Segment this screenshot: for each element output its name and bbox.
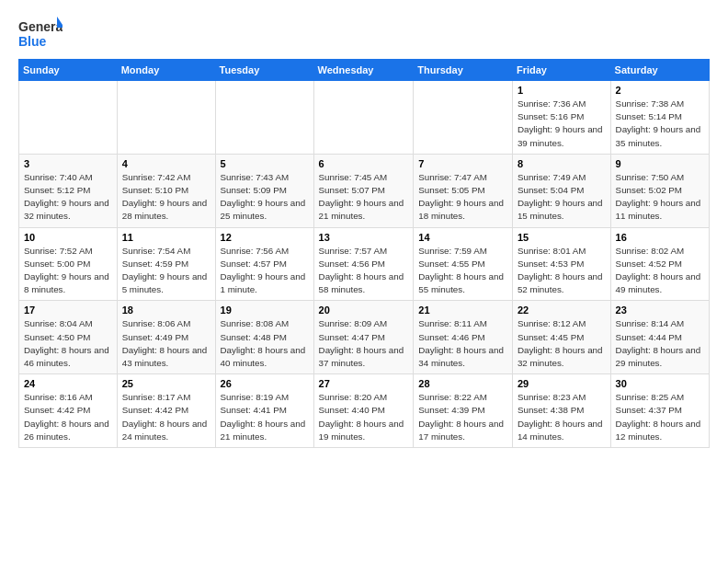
calendar-cell: 20Sunrise: 8:09 AM Sunset: 4:47 PM Dayli… (313, 301, 414, 374)
day-number: 11 (122, 232, 210, 243)
weekday-header-tuesday: Tuesday (215, 60, 313, 81)
calendar-cell: 3Sunrise: 7:40 AM Sunset: 5:12 PM Daylig… (19, 154, 118, 227)
calendar-cell: 26Sunrise: 8:19 AM Sunset: 4:41 PM Dayli… (215, 374, 313, 448)
day-info: Sunrise: 8:06 AM Sunset: 4:49 PM Dayligh… (122, 317, 210, 370)
calendar-cell: 30Sunrise: 8:25 AM Sunset: 4:37 PM Dayli… (610, 374, 709, 448)
calendar-cell: 9Sunrise: 7:50 AM Sunset: 5:02 PM Daylig… (610, 154, 709, 227)
day-info: Sunrise: 8:20 AM Sunset: 4:40 PM Dayligh… (319, 391, 409, 443)
day-number: 24 (24, 378, 112, 389)
day-number: 25 (122, 378, 210, 389)
day-number: 22 (518, 304, 606, 316)
calendar-cell: 21Sunrise: 8:11 AM Sunset: 4:46 PM Dayli… (414, 301, 513, 374)
day-info: Sunrise: 7:49 AM Sunset: 5:04 PM Dayligh… (518, 171, 606, 224)
day-info: Sunrise: 8:25 AM Sunset: 4:37 PM Dayligh… (616, 391, 704, 443)
day-info: Sunrise: 8:11 AM Sunset: 4:46 PM Dayligh… (418, 317, 507, 370)
day-info: Sunrise: 7:38 AM Sunset: 5:14 PM Dayligh… (616, 98, 704, 150)
day-number: 17 (24, 304, 112, 316)
calendar-cell: 1Sunrise: 7:36 AM Sunset: 5:16 PM Daylig… (512, 81, 610, 155)
day-info: Sunrise: 8:17 AM Sunset: 4:42 PM Dayligh… (122, 391, 210, 443)
day-info: Sunrise: 7:54 AM Sunset: 4:59 PM Dayligh… (122, 245, 210, 297)
day-number: 12 (221, 232, 309, 243)
calendar-table: SundayMondayTuesdayWednesdayThursdayFrid… (18, 59, 710, 448)
calendar-cell: 6Sunrise: 7:45 AM Sunset: 5:07 PM Daylig… (313, 154, 414, 227)
day-number: 30 (616, 378, 704, 389)
calendar-cell: 18Sunrise: 8:06 AM Sunset: 4:49 PM Dayli… (117, 301, 215, 374)
day-info: Sunrise: 8:08 AM Sunset: 4:48 PM Dayligh… (221, 317, 309, 370)
day-number: 13 (319, 232, 409, 243)
day-info: Sunrise: 7:59 AM Sunset: 4:55 PM Dayligh… (418, 245, 507, 297)
day-number: 3 (24, 158, 112, 169)
calendar-cell: 10Sunrise: 7:52 AM Sunset: 5:00 PM Dayli… (19, 227, 118, 301)
calendar-cell: 28Sunrise: 8:22 AM Sunset: 4:39 PM Dayli… (414, 374, 513, 448)
day-number: 8 (518, 158, 606, 169)
calendar-cell: 15Sunrise: 8:01 AM Sunset: 4:53 PM Dayli… (512, 227, 610, 301)
calendar-week-5: 24Sunrise: 8:16 AM Sunset: 4:42 PM Dayli… (19, 374, 710, 448)
calendar-cell (117, 81, 215, 155)
calendar-header-row: SundayMondayTuesdayWednesdayThursdayFrid… (19, 60, 710, 81)
weekday-header-friday: Friday (512, 60, 610, 81)
calendar-cell: 14Sunrise: 7:59 AM Sunset: 4:55 PM Dayli… (414, 227, 513, 301)
calendar-cell: 19Sunrise: 8:08 AM Sunset: 4:48 PM Dayli… (215, 301, 313, 374)
day-info: Sunrise: 8:14 AM Sunset: 4:44 PM Dayligh… (616, 317, 704, 370)
day-number: 6 (319, 158, 409, 169)
day-number: 14 (418, 232, 507, 243)
weekday-header-saturday: Saturday (610, 60, 709, 81)
day-number: 27 (319, 378, 409, 389)
day-info: Sunrise: 8:22 AM Sunset: 4:39 PM Dayligh… (418, 391, 507, 443)
day-number: 29 (518, 378, 606, 389)
day-info: Sunrise: 7:36 AM Sunset: 5:16 PM Dayligh… (518, 98, 606, 150)
day-number: 21 (418, 304, 507, 316)
calendar-cell: 17Sunrise: 8:04 AM Sunset: 4:50 PM Dayli… (19, 301, 118, 374)
day-number: 19 (221, 304, 309, 316)
day-info: Sunrise: 7:47 AM Sunset: 5:05 PM Dayligh… (418, 171, 507, 224)
calendar-cell: 7Sunrise: 7:47 AM Sunset: 5:05 PM Daylig… (414, 154, 513, 227)
calendar-week-4: 17Sunrise: 8:04 AM Sunset: 4:50 PM Dayli… (19, 301, 710, 374)
svg-text:Blue: Blue (18, 34, 47, 49)
calendar-cell: 29Sunrise: 8:23 AM Sunset: 4:38 PM Dayli… (512, 374, 610, 448)
day-number: 28 (418, 378, 507, 389)
day-number: 15 (518, 232, 606, 243)
calendar-cell: 16Sunrise: 8:02 AM Sunset: 4:52 PM Dayli… (610, 227, 709, 301)
weekday-header-thursday: Thursday (414, 60, 513, 81)
day-info: Sunrise: 7:40 AM Sunset: 5:12 PM Dayligh… (24, 171, 112, 224)
page-header: GeneralBlue (18, 15, 710, 52)
weekday-header-wednesday: Wednesday (313, 60, 414, 81)
day-number: 20 (319, 304, 409, 316)
day-info: Sunrise: 7:56 AM Sunset: 4:57 PM Dayligh… (221, 245, 309, 297)
day-info: Sunrise: 7:42 AM Sunset: 5:10 PM Dayligh… (122, 171, 210, 224)
calendar-cell: 5Sunrise: 7:43 AM Sunset: 5:09 PM Daylig… (215, 154, 313, 227)
day-info: Sunrise: 7:52 AM Sunset: 5:00 PM Dayligh… (24, 245, 112, 297)
day-info: Sunrise: 8:09 AM Sunset: 4:47 PM Dayligh… (319, 317, 409, 370)
day-number: 5 (221, 158, 309, 169)
day-info: Sunrise: 7:50 AM Sunset: 5:02 PM Dayligh… (616, 171, 704, 224)
day-number: 4 (122, 158, 210, 169)
day-info: Sunrise: 8:16 AM Sunset: 4:42 PM Dayligh… (24, 391, 112, 443)
calendar-cell: 25Sunrise: 8:17 AM Sunset: 4:42 PM Dayli… (117, 374, 215, 448)
day-number: 9 (616, 158, 704, 169)
calendar-cell: 4Sunrise: 7:42 AM Sunset: 5:10 PM Daylig… (117, 154, 215, 227)
logo: GeneralBlue (18, 15, 63, 52)
day-number: 26 (221, 378, 309, 389)
day-number: 1 (518, 85, 606, 96)
weekday-header-sunday: Sunday (19, 60, 118, 81)
day-info: Sunrise: 8:04 AM Sunset: 4:50 PM Dayligh… (24, 317, 112, 370)
calendar-week-3: 10Sunrise: 7:52 AM Sunset: 5:00 PM Dayli… (19, 227, 710, 301)
day-number: 7 (418, 158, 507, 169)
day-number: 10 (24, 232, 112, 243)
day-info: Sunrise: 7:43 AM Sunset: 5:09 PM Dayligh… (221, 171, 309, 224)
calendar-cell: 12Sunrise: 7:56 AM Sunset: 4:57 PM Dayli… (215, 227, 313, 301)
day-info: Sunrise: 8:19 AM Sunset: 4:41 PM Dayligh… (221, 391, 309, 443)
day-info: Sunrise: 7:45 AM Sunset: 5:07 PM Dayligh… (319, 171, 409, 224)
calendar-cell: 11Sunrise: 7:54 AM Sunset: 4:59 PM Dayli… (117, 227, 215, 301)
logo-svg: GeneralBlue (18, 15, 63, 52)
day-info: Sunrise: 7:57 AM Sunset: 4:56 PM Dayligh… (319, 245, 409, 297)
calendar-cell: 2Sunrise: 7:38 AM Sunset: 5:14 PM Daylig… (610, 81, 709, 155)
day-number: 16 (616, 232, 704, 243)
calendar-cell: 24Sunrise: 8:16 AM Sunset: 4:42 PM Dayli… (19, 374, 118, 448)
calendar-cell: 23Sunrise: 8:14 AM Sunset: 4:44 PM Dayli… (610, 301, 709, 374)
day-number: 23 (616, 304, 704, 316)
calendar-cell (313, 81, 414, 155)
calendar-cell (414, 81, 513, 155)
calendar-cell: 8Sunrise: 7:49 AM Sunset: 5:04 PM Daylig… (512, 154, 610, 227)
day-number: 2 (616, 85, 704, 96)
